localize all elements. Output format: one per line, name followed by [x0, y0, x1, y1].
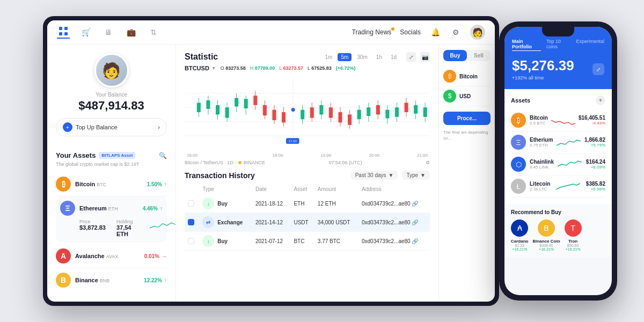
socials-link[interactable]: Socials [400, 28, 421, 36]
row1-asset: ETH [290, 194, 314, 213]
ph-tab-portfolio[interactable]: Main Portfolio [512, 39, 541, 51]
filter-type[interactable]: Type ▼ [402, 171, 430, 180]
tf-1m[interactable]: 1m [321, 53, 335, 61]
row1-checkbox[interactable] [188, 200, 194, 207]
right-coin-usd[interactable]: $ USD [443, 86, 491, 106]
btc-arrow: ↑ [164, 181, 167, 187]
tablet-right-panel: Buy Sell ₿ Bitcoin $ USD Proce... The fi… [438, 45, 495, 302]
row3-checkbox[interactable] [188, 238, 194, 244]
asset-item-avax[interactable]: A Avalanche AVAX 0.01% → [56, 244, 167, 268]
topup-label: Top Up Balance [76, 124, 118, 130]
btc-change: 1.50% [147, 181, 162, 187]
camera-icon[interactable]: 📷 [420, 52, 430, 62]
asset-item-btc[interactable]: ₿ Bitcoin BTC 1.50% ↑ [56, 172, 167, 196]
trx-name: Tron [565, 239, 582, 244]
chart-settings-icon[interactable]: ⚙ [426, 160, 430, 165]
trading-news-link[interactable]: Trading News [352, 28, 392, 36]
row3-asset: BTC [290, 232, 314, 251]
assets-title: Your Assets [56, 151, 96, 159]
pa-eth-icon: Ξ [511, 135, 526, 150]
pa-eth-chart [557, 137, 581, 148]
svg-rect-33 [310, 107, 314, 118]
svg-rect-13 [216, 105, 219, 115]
asset-item-eth[interactable]: Ξ Ethereum ETH 4.46% ↑ [56, 196, 167, 242]
phone-expand-icon[interactable]: ⤢ [592, 63, 604, 75]
phone-add-button[interactable]: + [596, 96, 605, 105]
svg-rect-39 [339, 112, 342, 122]
row3-link-icon[interactable]: 🔗 [412, 238, 418, 244]
notification-icon[interactable]: 🔔 [429, 26, 441, 38]
chart-bottom-bar: Bitcoin / TetherUS · 1D · BINANCE 07:54:… [185, 160, 430, 165]
tablet-sidebar: 🧑 Your Balance $487,914.83 + Top Up Bala… [47, 45, 176, 302]
pa-btc-icon: ₿ [511, 113, 526, 128]
filter-type-label: Type [406, 172, 418, 178]
profile-balance: $487,914.83 [56, 99, 167, 113]
col-date: Date [252, 184, 291, 194]
phone-asset-link[interactable]: ⬡ Chainlink 9.45 LINK $164.24 +8.09% [511, 153, 605, 175]
row2-checkbox[interactable] [188, 219, 194, 225]
settings-icon[interactable]: ⚙ [450, 26, 462, 38]
col-check [185, 184, 199, 194]
avax-icon: A [56, 248, 71, 264]
svg-rect-11 [206, 100, 210, 109]
ada-icon: ₳ [511, 219, 528, 237]
ph-tab-top10[interactable]: Top 10 coins [546, 39, 570, 51]
tf-1d[interactable]: 1d [387, 53, 400, 61]
expand-icon[interactable]: ⤢ [406, 52, 416, 62]
tablet-body: 🧑 Your Balance $487,914.83 + Top Up Bala… [47, 45, 495, 302]
nav-icon-cart[interactable]: 🛒 [79, 26, 92, 39]
label-1800: 18:00 [273, 153, 283, 158]
svg-rect-31 [301, 110, 304, 120]
tx-title: Transaction History [185, 171, 255, 180]
ada-name: Cardano [511, 239, 528, 244]
trx-icon: T [565, 219, 582, 237]
pa-eth-sub: 0.75 ETH [530, 143, 553, 148]
ph-tab-experimental[interactable]: Experimental [576, 39, 604, 51]
pa-ltc-icon: Ł [511, 179, 526, 194]
tf-5m[interactable]: 5m [338, 53, 352, 61]
svg-text:17.00: 17.00 [289, 139, 297, 143]
rec-coin-bnb[interactable]: B Binance Coin $309.41 +16.21% [532, 219, 560, 251]
search-icon[interactable]: 🔍 [159, 152, 167, 159]
profile-avatar: 🧑 [94, 53, 129, 87]
right-btc-name: Bitcoin [459, 74, 478, 79]
candlestick-chart: 17.00 [185, 75, 430, 150]
svg-rect-47 [376, 105, 380, 115]
right-coin-bitcoin[interactable]: ₿ Bitcoin [443, 67, 491, 86]
proceed-button[interactable]: Proce... [443, 112, 491, 125]
phone-balance-sub: +192% all time [512, 75, 604, 80]
tf-30m[interactable]: 30m [354, 53, 370, 61]
tx-table: Type Date Asset Amount Address [185, 184, 430, 251]
row1-link-icon[interactable]: 🔗 [412, 201, 418, 207]
col-type: Type [199, 184, 252, 194]
asset-item-bnb[interactable]: B Binance BNB 12.22% ↑ [56, 268, 167, 292]
svg-rect-19 [244, 99, 248, 108]
filter-period-label: Past 30 days [355, 172, 386, 178]
nav-icon-wallet[interactable]: 💼 [125, 26, 137, 39]
nav-icon-grid[interactable] [57, 26, 70, 39]
pair-selector[interactable]: BTCUSD ▼ [185, 65, 216, 71]
phone-asset-btc[interactable]: ₿ Bitcoin 0.5 BTC $16,405.51 -4.43% [511, 109, 605, 131]
buy-tab[interactable]: Buy [443, 50, 467, 61]
row2-link-icon[interactable]: 🔗 [412, 219, 418, 225]
tf-1h[interactable]: 1h [373, 53, 385, 61]
profile-label: Your Balance [56, 92, 167, 98]
phone-asset-eth[interactable]: Ξ Etherium 0.75 ETH 1,866.82 +5.79% [511, 131, 605, 153]
svg-rect-21 [253, 96, 257, 105]
bnb-rec-icon: B [538, 219, 555, 237]
phone-asset-ltc[interactable]: Ł Litecoin 2.16 LTC $385.82 +5.98% [511, 175, 605, 197]
svg-rect-51 [395, 107, 399, 117]
rec-coin-tron[interactable]: T Tron $50.60 +16.21% [565, 219, 582, 251]
user-avatar[interactable]: 🧑 [470, 25, 485, 40]
sell-tab[interactable]: Sell [467, 50, 491, 61]
nav-icon-monitor[interactable]: 🖥 [102, 26, 115, 39]
svg-rect-45 [367, 107, 370, 116]
nav-icon-transfer[interactable]: ⇅ [147, 26, 160, 39]
topup-button[interactable]: + Top Up Balance › [56, 118, 167, 136]
pa-link-value: $164.24 [586, 159, 605, 165]
rec-coin-cardano[interactable]: ₳ Cardano $1.23 +16.21% [511, 219, 528, 251]
pa-btc-sub: 0.5 BTC [530, 121, 548, 126]
pa-ltc-chart [556, 181, 580, 192]
statistic-title: Statistic [185, 52, 218, 62]
filter-period[interactable]: Past 30 days ▼ [351, 171, 398, 180]
